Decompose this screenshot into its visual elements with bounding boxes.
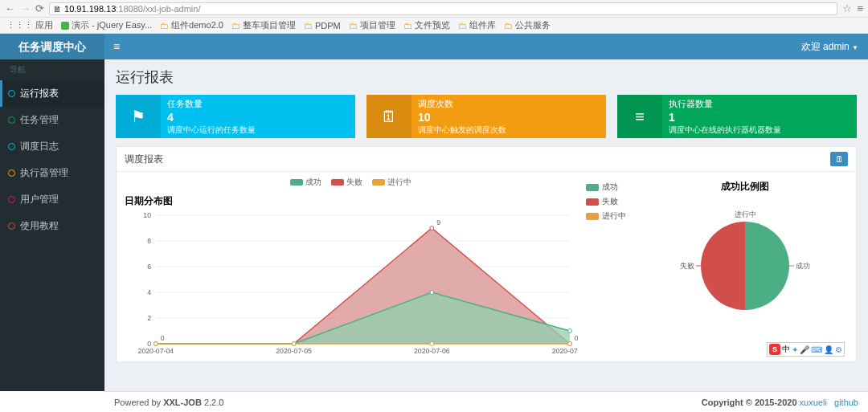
sidebar-item-label: 任务管理 [20,113,59,127]
svg-point-28 [292,342,296,346]
sidebar-item[interactable]: 任务管理 [0,107,104,133]
site-icon [61,22,69,30]
sidebar-item[interactable]: 调度日志 [0,133,104,160]
line-chart: 成功失败进行中 日期分布图 02468102020-07-042020-07-0… [125,177,578,358]
ime-tool-icon[interactable]: 🎤 [800,345,809,354]
stat-title: 任务数量 [167,98,349,110]
ime-tool-icon[interactable]: ⚙ [835,345,842,354]
folder-icon: 🗀 [504,21,513,31]
svg-text:2020-07-04: 2020-07-04 [138,347,174,355]
sidebar-item-label: 运行报表 [20,87,59,100]
svg-text:2020-07-05: 2020-07-05 [276,347,312,355]
legend-item[interactable]: 失败 [586,196,634,207]
svg-text:8: 8 [147,237,151,245]
svg-point-29 [430,342,434,346]
bookmark-item[interactable]: 🗀PDPM [304,21,341,31]
folder-icon: 🗀 [458,21,467,31]
stat-card: ≡ 执行器数量 1 调度中心在线的执行器机器数量 [617,95,857,138]
line-legend: 成功失败进行中 [125,177,578,188]
svg-text:9: 9 [436,218,440,226]
legend-item[interactable]: 成功 [586,182,634,193]
bookmark-item[interactable]: 🗀组件库 [458,19,496,31]
calendar-button[interactable]: 🗓 [830,152,848,166]
bookmark-item[interactable]: 🗀公共服务 [504,19,551,31]
folder-icon: 🗀 [231,21,240,31]
report-panel: 调度报表 🗓 成功失败进行中 日期分布图 02468102020-07-0420… [116,146,857,362]
ime-tool-icon[interactable]: ✦ [792,345,798,354]
footer-right: Copyright © 2015-2020 xuxueli github [702,398,858,407]
bookmark-item[interactable]: 🗀组件demo2.0 [160,19,223,31]
app-logo[interactable]: 任务调度中心 [0,34,104,59]
forward-icon[interactable]: → [20,2,31,14]
bookmark-star-icon[interactable]: ☆ [842,2,852,14]
stat-icon: ≡ [617,95,662,138]
circle-icon [8,196,15,203]
circle-icon [8,116,15,124]
svg-text:10: 10 [143,211,151,219]
folder-icon: 🗀 [403,21,412,31]
stat-card: 🗓 调度次数 10 调度中心触发的调度次数 [366,95,606,138]
footer-left: Powered by XXL-JOB 2.2.0 [114,398,223,407]
sidebar-item-label: 使用教程 [20,219,59,233]
svg-text:0: 0 [575,334,578,342]
bookmarks-bar: ⋮⋮⋮ 应用 演示 - jQuery Easy... 🗀组件demo2.0 🗀整… [0,18,868,34]
stat-icon: 🗓 [366,95,411,138]
svg-point-27 [154,342,158,346]
stat-title: 执行器数量 [669,98,850,110]
stat-desc: 调度中心触发的调度次数 [418,124,600,136]
sidebar-toggle[interactable]: ≡ [104,40,129,53]
sidebar-item[interactable]: 运行报表 [0,80,104,107]
footer-link-github[interactable]: github [834,398,858,407]
bookmark-item[interactable]: 🗀项目管理 [349,19,395,31]
url-input[interactable]: 🗎 10.91.198.13:18080/xxl-job-admin/ [49,2,837,15]
svg-text:2020-07-06: 2020-07-06 [414,347,450,355]
svg-point-19 [430,226,434,230]
sidebar-item[interactable]: 执行器管理 [0,160,104,186]
pie-chart: 成功比例图 成功失败进行中 S 中 ✦ 🎤 ⌨ 👤 ⚙ [642,177,848,358]
user-menu[interactable]: 欢迎 admin ▼ [801,40,868,54]
sidebar-item[interactable]: 用户管理 [0,186,104,213]
folder-icon: 🗀 [160,21,169,31]
svg-point-25 [568,329,572,333]
ime-tool-icon[interactable]: ⌨ [811,345,822,354]
ime-tool-icon[interactable]: 👤 [824,345,833,354]
folder-icon: 🗀 [349,21,358,31]
pie-chart-title: 成功比例图 [642,177,848,202]
svg-text:2: 2 [147,314,151,322]
circle-icon [8,222,15,230]
footer-link-author[interactable]: xuxueli [800,398,827,407]
ime-toolbar[interactable]: S 中 ✦ 🎤 ⌨ 👤 ⚙ [767,342,845,357]
svg-text:4: 4 [147,288,151,296]
svg-text:6: 6 [147,263,151,271]
line-chart-title: 日期分布图 [125,191,578,211]
sidebar-item[interactable]: 使用教程 [0,213,104,239]
svg-text:失败: 失败 [680,262,694,270]
back-icon[interactable]: ← [5,2,15,14]
stat-desc: 调度中心运行的任务数量 [167,124,349,136]
svg-text:0: 0 [161,334,165,342]
apps-icon[interactable]: ⋮⋮⋮ 应用 [6,19,53,31]
circle-icon [8,169,15,177]
legend-item[interactable]: 进行中 [586,210,634,222]
stat-value: 10 [418,111,600,124]
bookmark-item[interactable]: 🗀文件预览 [403,19,450,31]
svg-text:成功: 成功 [796,262,810,270]
browser-toolbar: ← → ⟳ 🗎 10.91.198.13:18080/xxl-job-admin… [0,0,868,18]
svg-text:2020-07-07: 2020-07-07 [552,347,578,355]
bookmark-item[interactable]: 演示 - jQuery Easy... [61,19,152,31]
svg-point-24 [430,291,434,295]
app-header: 任务调度中心 ≡ 欢迎 admin ▼ [0,34,868,59]
circle-icon [8,143,15,150]
sidebar: 导航 运行报表任务管理调度日志执行器管理用户管理使用教程 [0,34,104,391]
sidebar-item-label: 调度日志 [20,140,59,153]
svg-text:进行中: 进行中 [734,210,755,218]
bookmark-item[interactable]: 🗀整车项目管理 [231,19,296,31]
sidebar-section-label: 导航 [0,59,104,80]
footer: Powered by XXL-JOB 2.2.0 Copyright © 201… [104,391,868,412]
report-title: 调度报表 [125,153,163,166]
reload-icon[interactable]: ⟳ [35,2,44,14]
page-icon: 🗎 [53,4,64,14]
sidebar-item-label: 用户管理 [20,193,59,206]
menu-icon[interactable]: ≡ [857,2,863,14]
stat-card: ⚑ 任务数量 4 调度中心运行的任务数量 [116,95,355,138]
